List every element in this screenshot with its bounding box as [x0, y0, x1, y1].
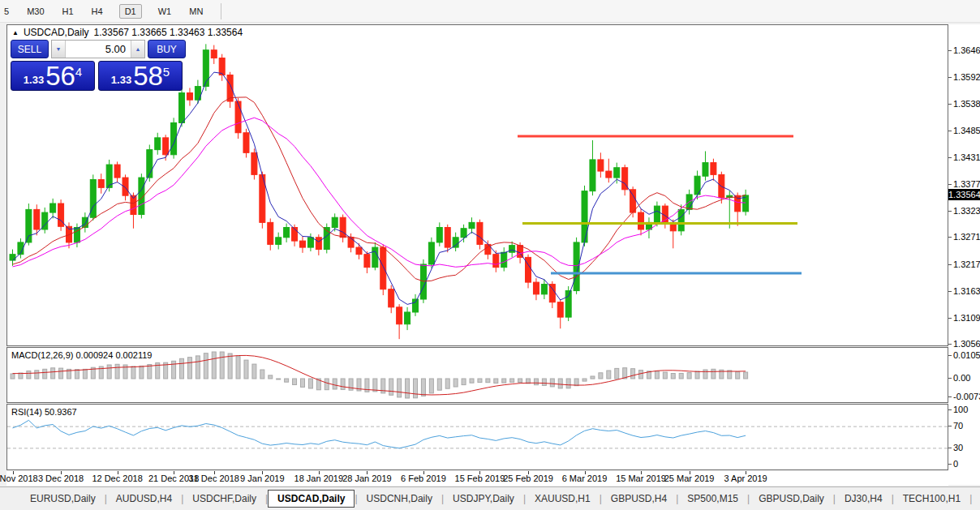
one-click-trading-widget: SELL ▼ ▲ BUY 1.33 56 4 1.33 58 5 [11, 40, 186, 93]
price-axis-label: 1.35920 [953, 72, 980, 82]
price-axis-label: 1.33775 [953, 179, 980, 189]
sell-price-big: 56 [45, 64, 75, 88]
symbol-tabbar: EURUSD,Daily|AUDUSD,H4|USDCHF,Daily|USDC… [0, 486, 980, 510]
rsi-axis-label-tick [948, 409, 952, 410]
sell-price-sup: 4 [75, 65, 82, 79]
price-axis-label: 1.32170 [953, 259, 980, 269]
sell-price-prefix: 1.33 [24, 74, 44, 86]
chart-title-bar: ▲ USDCAD,Daily 1.33567 1.33665 1.33463 1… [12, 27, 243, 38]
buy-price-prefix: 1.33 [111, 74, 131, 86]
tab-ukc[interactable]: UKC [972, 490, 980, 508]
rsi-axis-label: 30 [953, 443, 963, 452]
price-axis-label: 1.33235 [953, 206, 980, 216]
timeframe-button-mn[interactable]: MN [187, 4, 204, 19]
sell-button[interactable]: SELL [11, 40, 49, 58]
date-axis-label: 3 Apr 2019 [724, 474, 767, 483]
timeframe-toolbar: 5M30H1H4D1W1MN [0, 0, 980, 23]
macd-axis-label: 0.00 [953, 373, 970, 383]
volume-stepper: ▼ ▲ [51, 40, 145, 58]
volume-input[interactable] [66, 41, 131, 58]
timeframe-button-h4[interactable]: H4 [90, 4, 105, 19]
timeframe-button-h1[interactable]: H1 [61, 4, 75, 19]
price-axis-label-tick [948, 50, 952, 51]
buy-price-big: 58 [133, 64, 163, 88]
price-axis-label-tick [948, 237, 952, 238]
collapse-icon[interactable]: ▲ [12, 29, 19, 36]
tab-sp500-m15[interactable]: SP500,M15 [678, 490, 747, 508]
sell-price-display[interactable]: 1.33 56 4 [11, 61, 95, 91]
volume-increase-button[interactable]: ▲ [131, 41, 144, 58]
chart-ohlc-values: 1.33567 1.33665 1.33463 1.33564 [94, 27, 243, 38]
price-axis-label-tick [948, 184, 952, 185]
date-axis-label: 23 Nov 2018 [0, 474, 38, 483]
price-axis-label-tick [948, 157, 952, 158]
tab-eurusd-daily[interactable]: EURUSD,Daily [21, 490, 105, 508]
timeframe-button-5[interactable]: 5 [2, 4, 11, 19]
rsi-axis-label: 100 [953, 405, 968, 414]
tab-usdcad-daily[interactable]: USDCAD,Daily [268, 490, 355, 508]
date-axis: 23 Nov 20183 Dec 201812 Dec 201821 Dec 2… [6, 471, 948, 486]
date-axis-label: 28 Jan 2019 [342, 474, 392, 483]
price-axis-label-tick [948, 104, 952, 105]
buy-button[interactable]: BUY [148, 40, 186, 58]
tab-xauusd-h1[interactable]: XAUUSD,H1 [526, 490, 600, 508]
price-axis-label-tick [948, 77, 952, 78]
tab-gbpusd-h4[interactable]: GBPUSD,H4 [602, 490, 676, 508]
rsi-axis-label: 70 [953, 421, 963, 431]
rsi-panel: RSI(14) 50.9367 [6, 404, 948, 470]
date-axis-label: 15 Mar 2019 [616, 474, 666, 483]
price-axis-label: 1.36460 [953, 45, 980, 55]
rsi-axis-label: 0 [953, 459, 958, 469]
rsi-axis-label-tick [948, 426, 952, 426]
price-axis-label: 1.34855 [953, 126, 980, 135]
rsi-chart[interactable] [7, 405, 948, 469]
price-axis-label: 1.30565 [953, 339, 980, 349]
date-axis-label: 12 Dec 2018 [92, 474, 142, 483]
volume-decrease-button[interactable]: ▼ [52, 41, 66, 58]
price-axis-label-tick [948, 131, 952, 131]
macd-label: MACD(12,26,9) 0.000924 0.002119 [11, 350, 152, 360]
date-axis-label: 9 Jan 2019 [240, 474, 284, 483]
price-axis-label-tick [948, 291, 952, 292]
timeframe-button-m30[interactable]: M30 [25, 4, 45, 19]
tab-usdcnh-daily[interactable]: USDCNH,Daily [358, 490, 441, 508]
macd-axis-label-tick [948, 396, 952, 397]
tab-usdchf-daily[interactable]: USDCHF,Daily [183, 490, 265, 508]
price-axis-label-tick [948, 264, 952, 265]
toolbar-separator [221, 3, 221, 19]
macd-axis-label: 0.010525 [953, 350, 980, 360]
date-axis-label: 6 Mar 2019 [562, 474, 608, 483]
price-axis-label-tick [948, 318, 952, 319]
date-axis-label: 3 Dec 2018 [38, 474, 84, 483]
timeframe-button-w1[interactable]: W1 [157, 4, 174, 19]
tab-dj30-h4[interactable]: DJ30,H4 [836, 490, 892, 508]
macd-axis-label-tick [948, 355, 952, 356]
rsi-axis-label-tick [948, 448, 952, 448]
date-axis-label: 31 Dec 2018 [189, 474, 239, 483]
date-axis-label: 18 Jan 2019 [294, 474, 344, 483]
macd-panel: MACD(12,26,9) 0.000924 0.002119 [6, 347, 948, 403]
tab-usdjpy-daily[interactable]: USDJPY,Daily [444, 490, 523, 508]
date-axis-label: 6 Feb 2019 [401, 474, 446, 483]
price-axis-label-tick [948, 344, 952, 345]
macd-axis-label-tick [948, 378, 952, 379]
macd-axis-label: -0.0073 [953, 392, 980, 401]
current-price-tag: 1.33564 [948, 189, 980, 200]
timeframe-button-d1[interactable]: D1 [119, 4, 142, 19]
rsi-label: RSI(14) 50.9367 [11, 407, 77, 417]
date-axis-label: 25 Feb 2019 [503, 474, 553, 483]
tab-tech100-h1[interactable]: TECH100,H1 [894, 490, 969, 508]
date-axis-label: 15 Feb 2019 [455, 474, 505, 483]
tab-gbpusd-daily[interactable]: GBPUSD,Daily [750, 490, 833, 508]
buy-price-display[interactable]: 1.33 58 5 [98, 61, 183, 91]
chart-symbol-label: USDCAD,Daily [24, 27, 89, 38]
price-axis-label: 1.32710 [953, 232, 980, 242]
tab-audusd-h4[interactable]: AUDUSD,H4 [107, 490, 181, 508]
price-axis-label-tick [948, 211, 952, 212]
price-chart-panel: ▲ USDCAD,Daily 1.33567 1.33665 1.33463 1… [6, 24, 948, 346]
date-axis-label: 25 Mar 2019 [664, 474, 715, 483]
price-axis-label: 1.31090 [953, 313, 980, 323]
buy-price-sup: 5 [163, 65, 170, 79]
price-axis-label: 1.31630 [953, 286, 980, 296]
rsi-axis-label-tick [948, 464, 952, 465]
